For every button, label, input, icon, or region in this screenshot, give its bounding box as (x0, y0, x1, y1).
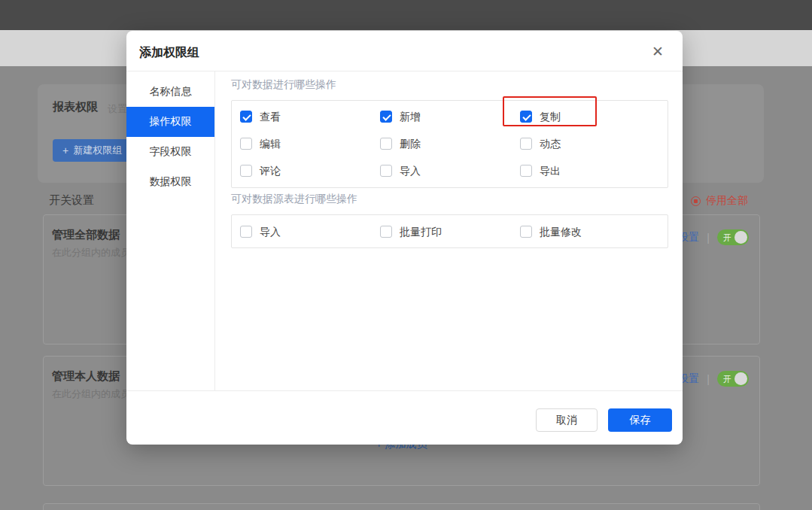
checkbox-item-编辑: 编辑 (240, 138, 380, 165)
checkbox-label: 导入 (400, 165, 421, 178)
tab-操作权限[interactable]: 操作权限 (126, 107, 214, 137)
tab-字段权限[interactable]: 字段权限 (126, 137, 214, 167)
report-permission-title: 报表权限 (53, 100, 98, 114)
plus-icon: + (62, 144, 68, 156)
checkbox-label: 复制 (540, 111, 561, 123)
toggle-knob (734, 231, 747, 244)
card-title: 管理全部数据 (52, 228, 120, 242)
toggle-knob (734, 372, 747, 385)
checkbox-label: 删除 (400, 138, 421, 150)
checkbox-unchecked-icon[interactable] (380, 165, 392, 177)
checkbox-unchecked-icon[interactable] (380, 226, 392, 238)
save-button[interactable]: 保存 (608, 408, 672, 432)
tab-数据权限[interactable]: 数据权限 (126, 167, 214, 197)
checkbox-item-动态: 动态 (520, 138, 660, 165)
card-on-toggle[interactable]: 开 (717, 229, 749, 245)
checkbox-item-查看: 查看 (240, 111, 380, 138)
report-settings-link[interactable]: 设置 (108, 102, 127, 116)
checkbox-item-导出: 导出 (520, 165, 660, 192)
add-permission-group-modal: 添加权限组 ✕ 名称信息操作权限字段权限数据权限 可对数据进行哪些操作 查看新增… (126, 31, 683, 445)
checkbox-unchecked-icon[interactable] (520, 226, 532, 238)
modal-body: 名称信息操作权限字段权限数据权限 可对数据进行哪些操作 查看新增复制编辑删除动态… (126, 71, 683, 390)
checkbox-unchecked-icon[interactable] (240, 165, 252, 177)
next-card-partial (43, 503, 760, 510)
checkbox-label: 导出 (540, 165, 561, 178)
divider: | (707, 232, 710, 244)
checkbox-label: 批量修改 (540, 226, 582, 238)
datasource-operations-box: 导入批量打印批量修改 (231, 214, 668, 248)
checkbox-label: 编辑 (260, 138, 281, 150)
checkbox-unchecked-icon[interactable] (520, 138, 532, 150)
divider: | (707, 373, 710, 385)
disable-all-label: 停用全部 (706, 194, 748, 208)
checkbox-item-评论: 评论 (240, 165, 380, 192)
modal-footer: 取消 保存 (126, 390, 683, 444)
disable-all-button[interactable]: 停用全部 (691, 194, 748, 208)
checkbox-label: 评论 (260, 165, 281, 178)
modal-tab-sidebar: 名称信息操作权限字段权限数据权限 (126, 71, 215, 390)
modal-header: 添加权限组 ✕ (126, 31, 683, 71)
checkbox-checked-icon[interactable] (240, 111, 252, 123)
new-permission-group-label: 新建权限组 (73, 144, 122, 157)
checkbox-checked-icon[interactable] (520, 111, 532, 123)
checkbox-item-复制: 复制 (520, 111, 660, 138)
top-navigation-bar (0, 0, 812, 30)
checkbox-checked-icon[interactable] (380, 111, 392, 123)
cancel-button[interactable]: 取消 (536, 408, 598, 432)
datasource-operations-section-title: 可对数据源表进行哪些操作 (231, 193, 357, 206)
checkbox-label: 新增 (400, 111, 421, 123)
card-on-toggle[interactable]: 开 (717, 371, 749, 387)
checkbox-label: 批量打印 (400, 226, 442, 238)
data-operations-box: 查看新增复制编辑删除动态评论导入导出 (231, 100, 668, 188)
checkbox-item-删除: 删除 (380, 138, 520, 165)
checkbox-item-导入: 导入 (240, 226, 380, 253)
modal-main-panel: 可对数据进行哪些操作 查看新增复制编辑删除动态评论导入导出 可对数据源表进行哪些… (215, 71, 683, 390)
checkbox-label: 导入 (260, 226, 281, 238)
tab-名称信息[interactable]: 名称信息 (126, 77, 214, 107)
checkbox-unchecked-icon[interactable] (380, 138, 392, 150)
data-operations-section-title: 可对数据进行哪些操作 (231, 78, 336, 92)
checkbox-unchecked-icon[interactable] (520, 165, 532, 177)
close-icon[interactable]: ✕ (650, 44, 665, 59)
checkbox-unchecked-icon[interactable] (240, 138, 252, 150)
checkbox-item-新增: 新增 (380, 111, 520, 138)
checkbox-item-批量修改: 批量修改 (520, 226, 660, 253)
toggle-on-label: 开 (723, 374, 731, 385)
checkbox-unchecked-icon[interactable] (240, 226, 252, 238)
toggle-on-label: 开 (723, 232, 731, 244)
switch-settings-heading: 开关设置 (49, 193, 94, 208)
modal-title: 添加权限组 (139, 45, 199, 61)
disable-all-icon (691, 196, 701, 206)
checkbox-label: 查看 (260, 111, 281, 123)
checkbox-item-导入: 导入 (380, 165, 520, 192)
checkbox-label: 动态 (540, 138, 561, 150)
checkbox-item-批量打印: 批量打印 (380, 226, 520, 253)
card-title: 管理本人数据 (52, 369, 120, 384)
